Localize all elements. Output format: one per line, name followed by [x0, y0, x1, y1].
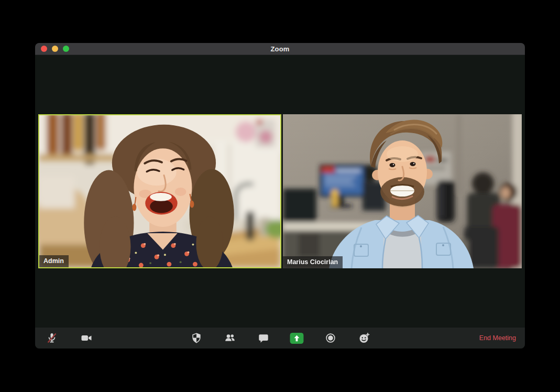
minimize-window-button[interactable] — [52, 46, 58, 52]
reactions-icon — [358, 332, 370, 344]
security-shield-icon — [191, 332, 202, 344]
toolbar-right-group: End Meeting — [479, 328, 516, 349]
record-icon — [325, 332, 336, 344]
reactions-button[interactable] — [355, 328, 374, 349]
video-button[interactable] — [76, 328, 96, 349]
video-stage: Admin — [35, 55, 525, 328]
record-button[interactable] — [321, 328, 340, 349]
zoom-window: Zoom — [35, 43, 525, 349]
admin-video-feed — [39, 115, 280, 267]
end-meeting-button[interactable]: End Meeting — [479, 334, 516, 342]
fullscreen-window-button[interactable] — [63, 46, 69, 52]
share-screen-icon — [290, 332, 304, 344]
close-window-button[interactable] — [41, 46, 47, 52]
meeting-toolbar: End Meeting — [35, 328, 525, 349]
toolbar-left-group — [42, 328, 96, 349]
toolbar-center-group — [187, 328, 374, 349]
chat-button[interactable] — [254, 328, 273, 349]
mute-button[interactable] — [42, 328, 62, 349]
participant-name-label: Marius Ciocirlan — [283, 256, 343, 269]
microphone-muted-icon — [46, 332, 58, 344]
participant-name-label: Admin — [39, 255, 69, 268]
marius-video-feed — [283, 114, 522, 268]
video-tile-admin[interactable]: Admin — [38, 114, 281, 268]
video-tile-marius[interactable]: Marius Ciocirlan — [283, 114, 522, 268]
share-screen-button[interactable] — [288, 328, 306, 349]
security-button[interactable] — [187, 328, 206, 349]
participants-button[interactable] — [221, 328, 239, 349]
titlebar: Zoom — [35, 43, 525, 55]
chat-bubble-icon — [258, 332, 269, 344]
window-controls — [41, 43, 69, 55]
video-camera-icon — [80, 332, 93, 344]
window-title: Zoom — [270, 45, 289, 53]
participants-icon — [224, 332, 236, 344]
